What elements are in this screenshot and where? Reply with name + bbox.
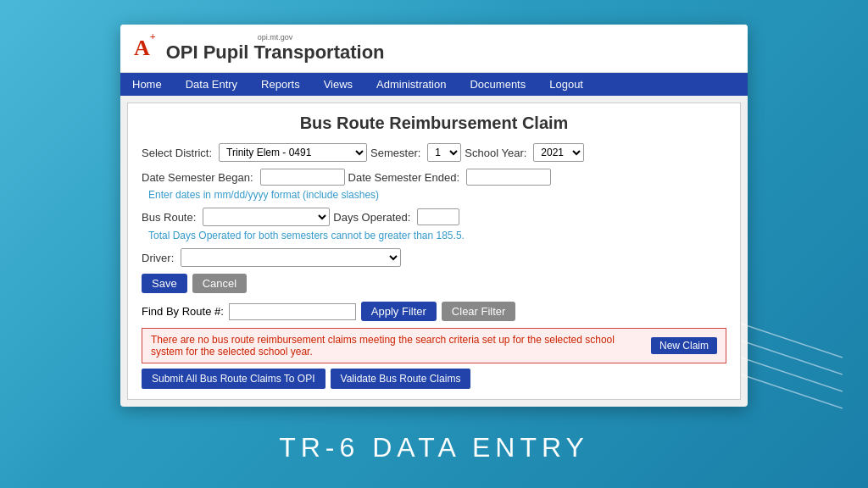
dates-row: Date Semester Began: Date Semester Ended…	[142, 169, 726, 201]
district-select[interactable]: Trinity Elem - 0491	[219, 143, 367, 162]
cancel-button[interactable]: Cancel	[192, 274, 247, 293]
district-row: Select District: Trinity Elem - 0491 Sem…	[142, 143, 726, 162]
submit-claims-button[interactable]: Submit All Bus Route Claims To OPI	[142, 369, 326, 389]
alert-bar: There are no bus route reimbursement cla…	[142, 328, 726, 363]
logo-icon: A+	[134, 37, 156, 59]
logo: A+	[134, 37, 156, 59]
find-route-label: Find By Route #:	[142, 305, 224, 318]
new-claim-button[interactable]: New Claim	[651, 337, 717, 354]
date-began-input[interactable]	[260, 169, 345, 186]
nav-home[interactable]: Home	[120, 73, 174, 96]
date-ended-label: Date Semester Ended:	[348, 171, 460, 184]
alert-text: There are no bus route reimbursement cla…	[151, 334, 643, 358]
save-row: Save Cancel	[142, 274, 726, 293]
driver-row: Driver:	[142, 248, 726, 267]
bus-route-select[interactable]	[203, 208, 330, 226]
page-title: Bus Route Reimbursement Claim	[142, 114, 726, 133]
nav-administration[interactable]: Administration	[364, 73, 458, 96]
school-year-label: School Year:	[465, 147, 526, 159]
bus-route-row: Bus Route: Days Operated: Total Days Ope…	[142, 208, 726, 241]
days-hint: Total Days Operated for both semesters c…	[148, 230, 465, 241]
nav-data-entry[interactable]: Data Entry	[174, 73, 249, 96]
nav-logout[interactable]: Logout	[537, 73, 595, 96]
svg-line-1	[741, 341, 843, 374]
driver-label: Driver:	[142, 252, 174, 264]
footer-title: TR-6 DATA ENTRY	[279, 432, 589, 463]
bottom-row: Submit All Bus Route Claims To OPI Valid…	[142, 369, 726, 389]
filter-row: Find By Route #: Apply Filter Clear Filt…	[142, 302, 726, 321]
date-began-label: Date Semester Began:	[142, 171, 253, 184]
content-area: Bus Route Reimbursement Claim Select Dis…	[127, 103, 741, 400]
semester-label: Semester:	[370, 147, 420, 159]
date-hint: Enter dates in mm/dd/yyyy format (includ…	[148, 189, 379, 201]
nav-documents[interactable]: Documents	[458, 73, 537, 96]
district-label: Select District:	[142, 147, 212, 159]
nav-reports[interactable]: Reports	[249, 73, 312, 96]
svg-line-3	[741, 374, 843, 408]
save-button[interactable]: Save	[142, 274, 187, 293]
nav-views[interactable]: Views	[312, 73, 364, 96]
days-operated-input[interactable]	[417, 208, 459, 225]
svg-line-0	[741, 324, 843, 358]
logo-url: opi.mt.gov	[166, 33, 385, 42]
validate-claims-button[interactable]: Validate Bus Route Claims	[331, 369, 471, 389]
app-title: OPI Pupil Transportation	[166, 42, 385, 64]
decorative-lines	[741, 307, 843, 437]
logo-text: opi.mt.gov OPI Pupil Transportation	[166, 33, 385, 64]
bus-route-label: Bus Route:	[142, 211, 196, 224]
clear-filter-button[interactable]: Clear Filter	[442, 302, 516, 321]
main-card: A+ opi.mt.gov OPI Pupil Transportation H…	[120, 25, 748, 407]
semester-select[interactable]: 1 2	[427, 143, 461, 162]
card-header: A+ opi.mt.gov OPI Pupil Transportation	[120, 25, 748, 73]
date-ended-input[interactable]	[466, 169, 551, 186]
svg-line-2	[741, 358, 843, 391]
days-operated-label: Days Operated:	[333, 211, 410, 224]
logo-plus: +	[150, 30, 156, 42]
find-route-input[interactable]	[229, 303, 356, 320]
driver-select[interactable]	[181, 248, 401, 267]
nav-bar: Home Data Entry Reports Views Administra…	[120, 73, 748, 96]
year-select[interactable]: 2021 2020	[533, 143, 584, 162]
apply-filter-button[interactable]: Apply Filter	[361, 302, 437, 321]
